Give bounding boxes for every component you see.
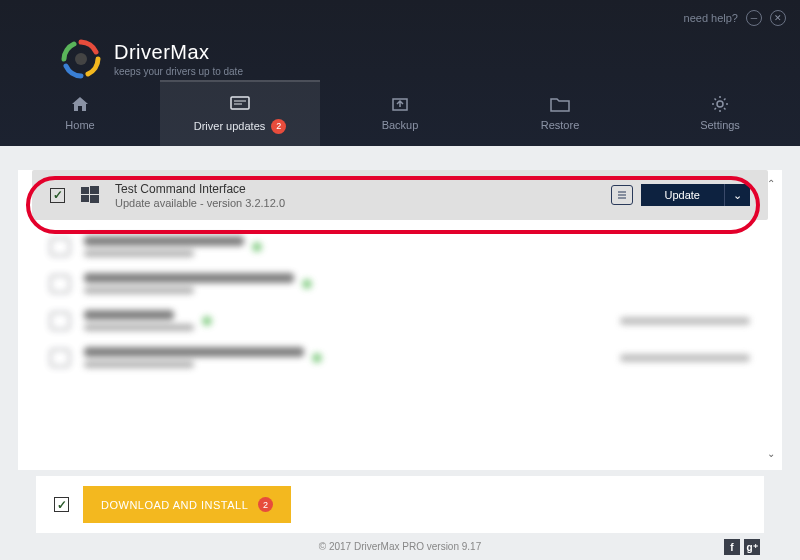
- download-install-button[interactable]: DOWNLOAD AND INSTALL 2: [83, 486, 291, 523]
- gear-icon: [710, 95, 730, 113]
- tab-label: Driver updates: [194, 120, 266, 132]
- help-link[interactable]: need help?: [684, 12, 738, 24]
- driver-row-blurred: [18, 228, 782, 265]
- tab-label: Restore: [541, 119, 580, 131]
- scroll-up-icon[interactable]: ⌃: [764, 178, 778, 192]
- row-checkbox[interactable]: [50, 188, 65, 203]
- updates-badge: 2: [271, 119, 286, 134]
- home-icon: [70, 95, 90, 113]
- driver-row-blurred: [18, 302, 782, 339]
- driver-list-panel: Test Command Interface Update available …: [18, 170, 782, 470]
- googleplus-icon[interactable]: g⁺: [744, 539, 760, 555]
- svg-rect-1: [231, 97, 249, 109]
- app-title: DriverMax: [114, 41, 243, 64]
- header: need help? ─ ✕ DriverMax keeps your driv…: [0, 0, 800, 146]
- driver-row-blurred: [18, 339, 782, 376]
- install-button-label: DOWNLOAD AND INSTALL: [101, 499, 248, 511]
- monitor-icon: [230, 95, 250, 113]
- app-logo-icon: [60, 38, 102, 80]
- bottom-status: © 2017 DriverMax PRO version 9.17 f g⁺: [18, 533, 782, 560]
- tab-restore[interactable]: Restore: [480, 80, 640, 146]
- driver-row-featured[interactable]: Test Command Interface Update available …: [32, 170, 768, 220]
- window-controls: need help? ─ ✕: [684, 10, 786, 26]
- scrollbar[interactable]: ⌃ ⌄: [764, 178, 780, 462]
- tab-label: Backup: [382, 119, 419, 131]
- copyright-text: © 2017 DriverMax PRO version 9.17: [319, 541, 481, 552]
- tab-driver-updates[interactable]: Driver updates 2: [160, 80, 320, 146]
- windows-icon: [79, 186, 101, 204]
- app-subtitle: keeps your drivers up to date: [114, 66, 243, 77]
- svg-rect-8: [81, 195, 89, 202]
- nav-tabs: Home Driver updates 2 Backup Restore Set…: [0, 80, 800, 146]
- svg-rect-9: [90, 195, 99, 203]
- content-area: Test Command Interface Update available …: [0, 146, 800, 560]
- tab-backup[interactable]: Backup: [320, 80, 480, 146]
- tab-label: Home: [65, 119, 94, 131]
- driver-name: Test Command Interface: [115, 182, 597, 196]
- backup-icon: [390, 95, 410, 113]
- select-all-checkbox[interactable]: [54, 497, 69, 512]
- update-button[interactable]: Update ⌄: [641, 184, 750, 206]
- brand: DriverMax keeps your drivers up to date: [60, 38, 243, 80]
- footer-bar: DOWNLOAD AND INSTALL 2: [36, 476, 764, 533]
- folder-icon: [550, 95, 570, 113]
- close-button[interactable]: ✕: [770, 10, 786, 26]
- minimize-button[interactable]: ─: [746, 10, 762, 26]
- scroll-down-icon[interactable]: ⌄: [764, 448, 778, 462]
- update-dropdown[interactable]: ⌄: [724, 184, 750, 206]
- tab-label: Settings: [700, 119, 740, 131]
- svg-point-0: [75, 53, 87, 65]
- driver-status: Update available - version 3.2.12.0: [115, 197, 597, 209]
- facebook-icon[interactable]: f: [724, 539, 740, 555]
- details-icon[interactable]: [611, 185, 633, 205]
- svg-rect-6: [81, 187, 89, 194]
- svg-point-5: [717, 101, 723, 107]
- install-badge: 2: [258, 497, 273, 512]
- tab-home[interactable]: Home: [0, 80, 160, 146]
- update-button-label: Update: [641, 189, 724, 201]
- svg-rect-7: [90, 186, 99, 194]
- tab-settings[interactable]: Settings: [640, 80, 800, 146]
- driver-row-blurred: [18, 265, 782, 302]
